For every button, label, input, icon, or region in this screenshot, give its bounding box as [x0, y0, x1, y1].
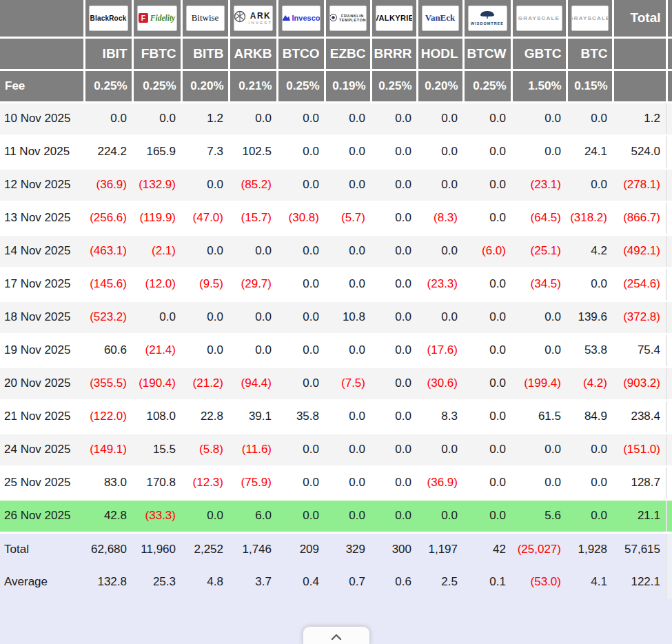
flow-value-cell: 0.0 [511, 102, 567, 135]
table-row: 10 Nov 20250.00.01.20.00.00.00.00.00.00.… [0, 102, 672, 135]
flow-value-cell: 0.0 [371, 334, 417, 367]
flow-value-cell: 0.0 [511, 135, 567, 168]
flow-value-cell: 0.0 [325, 400, 371, 433]
flow-value-cell: 0.0 [371, 268, 417, 301]
summary-value-cell: 42 [463, 532, 511, 565]
fee-cell: 0.25% [132, 70, 181, 102]
table-row: 13 Nov 2025(256.6)(119.9)(47.0)(15.7)(30… [0, 201, 672, 234]
provider-header-cell: VanEck [417, 0, 463, 37]
flow-value-cell: 24.1 [567, 135, 613, 168]
flow-value-cell: 84.9 [567, 400, 613, 433]
flow-value-cell: 1.2 [613, 102, 666, 135]
row-edge-cell [666, 499, 672, 532]
provider-header-cell: FFidelity [132, 0, 181, 37]
flow-value-cell: 128.7 [613, 466, 666, 499]
date-cell: 20 Nov 2025 [0, 367, 84, 400]
table-row: 18 Nov 2025(523.2)0.00.00.00.010.80.00.0… [0, 301, 672, 334]
summary-value-cell: 25.3 [132, 565, 181, 598]
date-cell: 11 Nov 2025 [0, 135, 84, 168]
table-row: 21 Nov 2025(122.0)108.022.839.135.80.00.… [0, 400, 672, 433]
provider-logo-blackrock: BlackRock [89, 6, 128, 31]
flow-value-cell: (132.9) [132, 168, 181, 201]
flow-value-cell: (21.4) [132, 334, 181, 367]
flow-value-cell: 75.4 [613, 334, 666, 367]
summary-value-cell: 2.5 [417, 565, 463, 598]
provider-header-cell: Bitwise [181, 0, 229, 37]
chevron-up-icon [331, 630, 342, 643]
flow-value-cell: 224.2 [84, 135, 132, 168]
flow-value-cell: 0.0 [567, 466, 613, 499]
summary-value-cell: 4.8 [181, 565, 229, 598]
summary-value-cell: (25,027) [511, 532, 567, 565]
flow-value-cell: 0.0 [229, 301, 277, 334]
flow-value-cell: 6.0 [229, 499, 277, 532]
flow-value-cell: 0.0 [371, 499, 417, 532]
flow-value-cell: 0.0 [463, 334, 511, 367]
flow-value-cell: 0.0 [229, 334, 277, 367]
scroll-to-top-button[interactable] [303, 626, 370, 644]
flow-value-cell: 10.8 [325, 301, 371, 334]
flow-value-cell: 0.0 [277, 301, 325, 334]
flow-value-cell: 0.0 [132, 301, 181, 334]
flow-value-cell: 0.0 [371, 234, 417, 268]
flow-value-cell: 0.0 [325, 234, 371, 268]
ark-invest-subtext: INVEST [249, 21, 273, 25]
flow-value-cell: (190.4) [132, 367, 181, 400]
fee-cell: 0.25% [277, 70, 325, 102]
flow-value-cell: (866.7) [613, 201, 666, 234]
flow-value-cell: (145.6) [84, 268, 132, 301]
summary-value-cell: 2,252 [181, 532, 229, 565]
valkyrie-wordmark: VALKYRIE [376, 14, 413, 22]
flow-value-cell: 0.0 [325, 168, 371, 201]
ticker-cell: BRRR [371, 37, 417, 70]
fee-cell: 0.15% [567, 70, 613, 102]
flow-value-cell: 0.0 [417, 102, 463, 135]
flow-value-cell: 0.0 [371, 400, 417, 433]
summary-value-cell: 0.1 [463, 565, 511, 598]
row-edge-cell [666, 234, 672, 268]
etf-flows-page: BlackRockFFidelityBitwiseARKINVESTInvesc… [0, 0, 672, 644]
row-edge-cell [666, 565, 672, 598]
row-edge-cell [666, 466, 672, 499]
provider-logo-vaneck: VanEck [422, 6, 459, 31]
flow-value-cell: 0.0 [463, 201, 511, 234]
provider-logo-grayscale: GRAYSCALE [571, 6, 609, 31]
ticker-cell: BTCW [463, 37, 511, 70]
flow-value-cell: (21.2) [181, 367, 229, 400]
franklin-templeton-wordmark: FRANKLINTEMPLETON [329, 12, 366, 24]
summary-value-cell: 4.1 [567, 565, 613, 598]
flow-value-cell: 35.8 [277, 400, 325, 433]
flow-value-cell: (7.5) [325, 367, 371, 400]
flow-value-cell: (47.0) [181, 201, 229, 234]
flow-value-cell: 0.0 [567, 168, 613, 201]
flow-value-cell: 0.0 [181, 499, 229, 532]
flow-value-cell: 0.0 [417, 168, 463, 201]
flow-value-cell: (12.0) [132, 268, 181, 301]
row-edge-cell [666, 301, 672, 334]
franklin-head-icon [329, 12, 337, 24]
fee-total-cell [613, 70, 666, 102]
flow-value-cell: 0.0 [277, 268, 325, 301]
flow-value-cell: (6.0) [463, 234, 511, 268]
table-row: 19 Nov 202560.6(21.4)0.00.00.00.00.0(17.… [0, 334, 672, 367]
flow-value-cell: 22.8 [181, 400, 229, 433]
date-cell: 12 Nov 2025 [0, 168, 84, 201]
flow-value-cell: 165.9 [132, 135, 181, 168]
flow-value-cell: 15.5 [132, 433, 181, 466]
flow-value-cell: 5.6 [511, 499, 567, 532]
date-cell: 18 Nov 2025 [0, 301, 84, 334]
wisdomtree-wordmark: WISDOMTREE [471, 10, 504, 26]
flow-value-cell: 0.0 [567, 102, 613, 135]
date-cell: 24 Nov 2025 [0, 433, 84, 466]
wisdomtree-text: WISDOMTREE [471, 22, 504, 26]
flow-value-cell: 238.4 [613, 400, 666, 433]
provider-header-cell: BlackRock [84, 0, 132, 37]
summary-value-cell: 1,197 [417, 532, 463, 565]
flow-value-cell: (903.2) [613, 367, 666, 400]
date-cell: 17 Nov 2025 [0, 268, 84, 301]
summary-value-cell: 1,928 [567, 532, 613, 565]
ticker-cell: BITB [181, 37, 229, 70]
flow-value-cell: 7.3 [181, 135, 229, 168]
total-header-cell: Total [613, 0, 666, 37]
flow-value-cell: 0.0 [277, 466, 325, 499]
